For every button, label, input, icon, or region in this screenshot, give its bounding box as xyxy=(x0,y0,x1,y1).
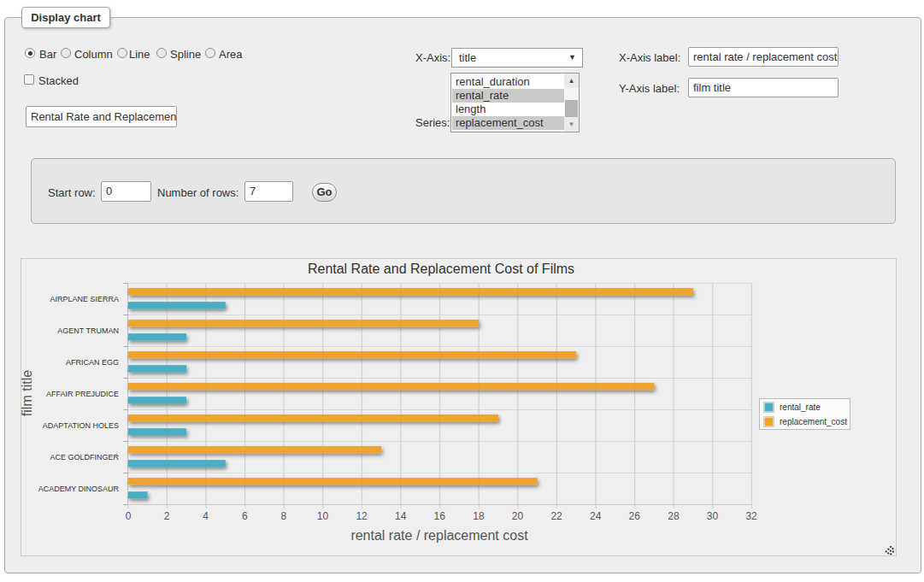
svg-text:6: 6 xyxy=(242,510,248,522)
svg-text:AFRICAN EGG: AFRICAN EGG xyxy=(66,358,119,367)
svg-text:2: 2 xyxy=(164,510,170,522)
svg-text:14: 14 xyxy=(395,510,407,522)
svg-text:16: 16 xyxy=(434,510,446,522)
svg-text:18: 18 xyxy=(473,510,485,522)
svg-text:28: 28 xyxy=(668,510,680,522)
svg-text:12: 12 xyxy=(356,510,368,522)
svg-text:AGENT TRUMAN: AGENT TRUMAN xyxy=(57,326,119,335)
svg-text:rental rate / replacement cost: rental rate / replacement cost xyxy=(350,528,528,543)
svg-text:ADAPTATION HOLES: ADAPTATION HOLES xyxy=(43,421,119,430)
svg-text:8: 8 xyxy=(281,510,287,522)
svg-text:4: 4 xyxy=(203,510,209,522)
svg-text:0: 0 xyxy=(126,510,132,522)
svg-text:Rental Rate and Replacement Co: Rental Rate and Replacement Cost of Film… xyxy=(308,262,574,276)
svg-text:rental_rate: rental_rate xyxy=(780,403,821,412)
svg-text:24: 24 xyxy=(590,510,602,522)
svg-text:AFFAIR PREJUDICE: AFFAIR PREJUDICE xyxy=(46,390,119,398)
svg-text:ACE GOLDFINGER: ACE GOLDFINGER xyxy=(50,453,119,461)
svg-text:26: 26 xyxy=(629,510,641,522)
svg-text:30: 30 xyxy=(707,510,719,522)
svg-text:22: 22 xyxy=(550,510,562,522)
svg-text:AIRPLANE SIERRA: AIRPLANE SIERRA xyxy=(50,295,119,303)
svg-text:20: 20 xyxy=(512,510,524,522)
svg-text:replacement_cost: replacement_cost xyxy=(780,417,847,426)
svg-text:32: 32 xyxy=(745,510,757,522)
svg-text:10: 10 xyxy=(317,510,329,522)
svg-text:film title: film title xyxy=(21,370,34,416)
svg-text:ACADEMY DINOSAUR: ACADEMY DINOSAUR xyxy=(38,485,120,493)
